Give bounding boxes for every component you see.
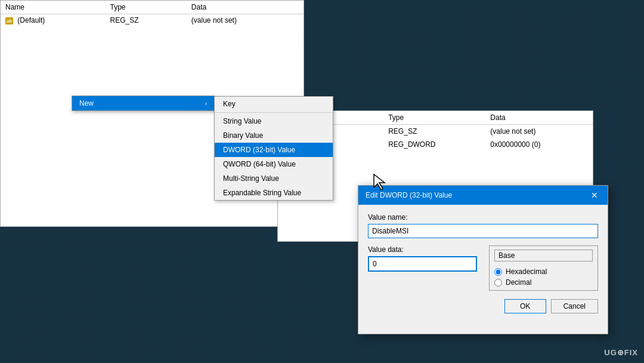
value-data-label: Value data:	[368, 245, 477, 254]
dialog-close-button[interactable]: ✕	[589, 190, 600, 200]
value-data-section: Value data:	[368, 245, 477, 272]
row-data-cell: (value not set)	[187, 14, 304, 27]
hex-radio[interactable]	[494, 268, 502, 276]
submenu-item-multistring[interactable]: Multi-String Value	[215, 171, 333, 186]
col2-data: Data	[485, 111, 593, 125]
base-label: Base	[494, 250, 593, 262]
context-menu: New › Key String Value Binary Value DWOR…	[72, 96, 215, 111]
col-name-1: Name	[1, 1, 105, 14]
row2-type-0: REG_SZ	[383, 125, 485, 139]
dialog-row: Value data: Base Hexadecimal Decimal	[368, 245, 598, 291]
submenu-item-key[interactable]: Key	[215, 97, 333, 111]
base-section: Base Hexadecimal Decimal	[489, 245, 598, 291]
context-submenu: Key String Value Binary Value DWORD (32-…	[214, 96, 333, 201]
dialog-buttons: OK Cancel	[368, 299, 598, 313]
row2-data-0: (value not set)	[485, 125, 593, 139]
chevron-right-icon: ›	[205, 100, 207, 107]
row-name-value: (Default)	[17, 16, 45, 24]
ab-icon: ab	[5, 17, 13, 24]
dec-radio-text: Decimal	[506, 278, 531, 287]
dialog-titlebar: Edit DWORD (32-bit) Value ✕	[358, 186, 608, 205]
hex-radio-label[interactable]: Hexadecimal	[494, 267, 593, 276]
col-data-1: Data	[187, 1, 304, 14]
row-type-cell: REG_SZ	[105, 14, 186, 27]
dialog-body: Value name: Value data: Base Hexadecimal…	[358, 205, 608, 322]
submenu-item-string[interactable]: String Value	[215, 114, 333, 128]
submenu-item-expandable[interactable]: Expandable String Value	[215, 186, 333, 200]
new-menu-label: New	[79, 99, 94, 107]
hex-radio-text: Hexadecimal	[506, 267, 547, 276]
row-name-cell: ab (Default)	[1, 14, 105, 27]
regedit-table-1: Name Type Data ab (Default) REG_SZ (valu…	[1, 1, 304, 26]
col-type-1: Type	[105, 1, 186, 14]
submenu-item-qword[interactable]: QWORD (64-bit) Value	[215, 157, 333, 171]
dec-radio[interactable]	[494, 279, 502, 287]
submenu-item-dword[interactable]: DWORD (32-bit) Value	[215, 143, 333, 157]
table-row[interactable]: ab (Default) REG_SZ (value not set)	[1, 14, 304, 27]
value-name-label: Value name:	[368, 213, 598, 222]
dec-radio-label[interactable]: Decimal	[494, 278, 593, 287]
watermark: UG⊕FIX	[604, 348, 638, 357]
ok-button[interactable]: OK	[504, 299, 546, 313]
value-data-input[interactable]	[368, 256, 477, 272]
new-menu-item[interactable]: New › Key String Value Binary Value DWOR…	[72, 96, 214, 110]
row2-type-1: REG_DWORD	[383, 138, 485, 151]
value-name-input[interactable]	[368, 224, 598, 238]
cancel-button[interactable]: Cancel	[551, 299, 598, 313]
col2-type: Type	[383, 111, 485, 125]
row2-data-1: 0x00000000 (0)	[485, 138, 593, 151]
submenu-item-binary[interactable]: Binary Value	[215, 128, 333, 143]
edit-dword-dialog: Edit DWORD (32-bit) Value ✕ Value name: …	[358, 185, 608, 334]
dialog-title: Edit DWORD (32-bit) Value	[366, 191, 452, 199]
base-radio-group: Base Hexadecimal Decimal	[489, 245, 598, 291]
separator	[215, 112, 333, 113]
